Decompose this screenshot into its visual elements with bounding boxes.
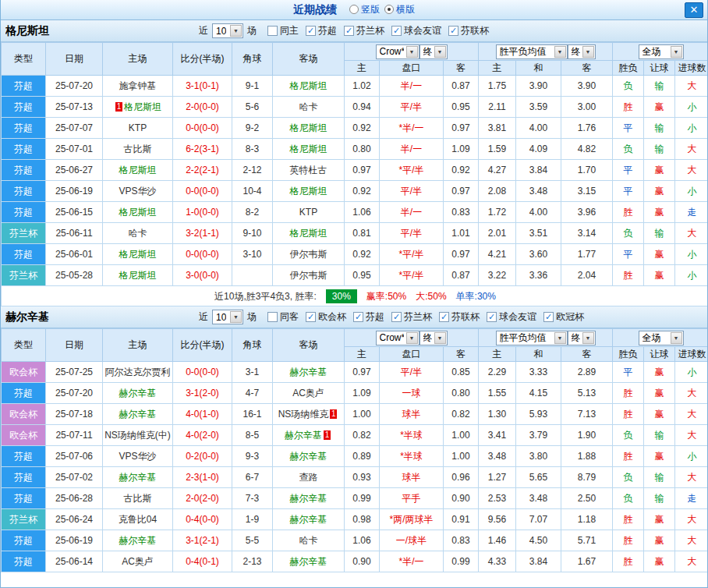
match-count-select[interactable]: 10▼ [212, 310, 243, 324]
home-team-cell[interactable]: 施拿钟基 [103, 76, 173, 97]
date-cell: 25-06-28 [46, 488, 103, 509]
home-team-cell[interactable]: 古比斯 [103, 139, 173, 160]
away-team-cell[interactable]: AC奥卢 [273, 383, 345, 404]
checked-checkbox-icon[interactable]: ✓ [439, 312, 449, 322]
away-team-cell[interactable]: 赫尔辛基 [273, 446, 345, 467]
filter-球会友谊[interactable]: ✓球会友谊 [391, 24, 441, 37]
checked-checkbox-icon[interactable]: ✓ [306, 26, 316, 36]
away-team-cell[interactable]: 赫尔辛基1 [273, 425, 345, 446]
checked-checkbox-icon[interactable]: ✓ [306, 312, 316, 322]
scope-select[interactable]: 全场▼ [639, 44, 684, 59]
filter-同主[interactable]: 同主 [267, 24, 299, 37]
avg-away-cell: 3.00 [561, 97, 613, 118]
away-team-cell[interactable]: 英特杜古 [273, 160, 345, 181]
filter-欧冠杯[interactable]: ✓欧冠杯 [543, 310, 584, 324]
away-team-cell[interactable]: 赫尔辛基 [273, 551, 345, 572]
checked-checkbox-icon[interactable]: ✓ [344, 26, 354, 36]
away-team-cell[interactable]: 赫尔辛基 [273, 509, 345, 530]
avg-final-select[interactable]: 终▼ [568, 44, 596, 59]
filter-芬兰杯[interactable]: ✓芬兰杯 [344, 24, 384, 37]
away-team-cell[interactable]: NS玚纳维克1 [273, 404, 345, 425]
col-header-away: 客场 [273, 43, 345, 76]
avg-away-cell: 3.90 [561, 76, 613, 97]
avg-home-cell: 2.11 [479, 97, 516, 118]
checked-checkbox-icon[interactable]: ✓ [353, 312, 363, 322]
checked-checkbox-icon[interactable]: ✓ [487, 312, 497, 322]
away-team-cell[interactable]: 赫尔辛基 [273, 362, 345, 383]
home-team-cell[interactable]: KTP [103, 118, 173, 139]
score-cell: 3-2(1-1) [173, 223, 232, 244]
score-cell: 6-2(3-1) [173, 139, 232, 160]
away-team-cell[interactable]: 伊尔韦斯 [273, 265, 345, 286]
league-type-badge: 芬超 [2, 467, 46, 488]
odds-final-select[interactable]: 终▼ [419, 44, 448, 59]
away-team-cell[interactable]: 哈卡 [273, 530, 345, 551]
league-type-badge: 芬超 [2, 488, 46, 509]
filter-芬联杯[interactable]: ✓芬联杯 [439, 310, 480, 324]
home-team-cell[interactable]: AC奥卢 [103, 551, 173, 572]
filter-欧会杯[interactable]: ✓欧会杯 [306, 310, 346, 324]
filter-球会友谊[interactable]: ✓球会友谊 [487, 310, 536, 324]
away-team-cell[interactable]: 哈卡 [273, 97, 345, 118]
filter-芬超[interactable]: ✓芬超 [353, 310, 384, 324]
away-team-cell[interactable]: 伊尔韦斯 [273, 244, 345, 265]
handicap-line-cell: 平手 [380, 488, 444, 509]
home-team-cell[interactable]: 格尼斯坦 [103, 160, 173, 181]
checked-checkbox-icon[interactable]: ✓ [448, 26, 458, 36]
handicap-line-cell: 平/半 [380, 223, 444, 244]
home-team-cell[interactable]: 哈卡 [103, 223, 173, 244]
odds-final-select[interactable]: 终▼ [419, 331, 448, 345]
close-button[interactable]: ✕ [685, 2, 703, 18]
avg-source-select[interactable]: 胜平负均值▼ [496, 44, 568, 59]
scope-select[interactable]: 全场▼ [639, 331, 684, 345]
odds-source-select[interactable]: Crow*▼ [376, 331, 419, 345]
home-team-cell[interactable]: 赫尔辛基 [103, 467, 173, 488]
away-team-cell[interactable]: 格尼斯坦 [273, 76, 345, 97]
home-team-cell[interactable]: 1格尼斯坦 [103, 97, 173, 118]
home-team-cell[interactable]: NS玚纳维克(中) [103, 425, 173, 446]
handicap-line-cell: *两/两球半 [380, 509, 444, 530]
checked-checkbox-icon[interactable]: ✓ [391, 26, 402, 36]
home-team-cell[interactable]: 阿尔达克尔贾利 [103, 362, 173, 383]
away-team-cell[interactable]: 查路 [273, 467, 345, 488]
home-team-cell[interactable]: 格尼斯坦 [103, 244, 173, 265]
home-team-cell[interactable]: 古比斯 [103, 488, 173, 509]
layout-radio-vertical[interactable]: 竖版 [349, 3, 380, 16]
filter-同客[interactable]: 同客 [267, 310, 299, 324]
checked-checkbox-icon[interactable]: ✓ [543, 312, 554, 322]
home-team-cell[interactable]: VPS华沙 [103, 181, 173, 202]
home-team-cell[interactable]: 赫尔辛基 [103, 404, 173, 425]
home-team-cell[interactable]: 赫尔辛基 [103, 383, 173, 404]
col-header-type: 类型 [2, 43, 46, 76]
away-team-cell[interactable]: 格尼斯坦 [273, 139, 345, 160]
league-type-badge: 芬兰杯 [2, 509, 46, 530]
home-team-cell[interactable]: VPS华沙 [103, 446, 173, 467]
home-team-cell[interactable]: 克鲁比04 [103, 509, 173, 530]
goals-cell: 大 [675, 425, 708, 446]
home-team-cell[interactable]: 赫尔辛基 [103, 530, 173, 551]
avg-source-select[interactable]: 胜平负均值▼ [496, 331, 568, 345]
handicap-result-cell: 输 [644, 76, 675, 97]
away-team-cell[interactable]: 格尼斯坦 [273, 118, 345, 139]
checked-checkbox-icon[interactable]: ✓ [391, 312, 402, 322]
avg-away-cell: 1.70 [561, 160, 613, 181]
avg-draw-cell: 3.51 [516, 223, 561, 244]
filter-芬兰杯[interactable]: ✓芬兰杯 [391, 310, 432, 324]
unchecked-checkbox-icon[interactable] [267, 312, 278, 322]
avg-final-select[interactable]: 终▼ [568, 331, 596, 345]
league-type-badge: 芬超 [2, 244, 46, 265]
league-type-badge: 芬超 [2, 118, 46, 139]
unchecked-checkbox-icon[interactable] [267, 26, 278, 36]
away-team-cell[interactable]: 格尼斯坦 [273, 223, 345, 244]
away-team-cell[interactable]: 赫尔辛基 [273, 488, 345, 509]
near-label: 近 [199, 24, 208, 37]
filter-芬联杯[interactable]: ✓芬联杯 [448, 24, 489, 37]
layout-radio-horizontal[interactable]: 横版 [384, 3, 415, 16]
match-count-select[interactable]: 10▼ [212, 23, 243, 38]
away-team-cell[interactable]: 格尼斯坦 [273, 181, 345, 202]
away-team-cell[interactable]: KTP [273, 202, 345, 223]
home-team-cell[interactable]: 格尼斯坦 [103, 265, 173, 286]
filter-芬超[interactable]: ✓芬超 [306, 24, 337, 37]
odds-source-select[interactable]: Crow*▼ [376, 44, 419, 59]
home-team-cell[interactable]: 格尼斯坦 [103, 202, 173, 223]
